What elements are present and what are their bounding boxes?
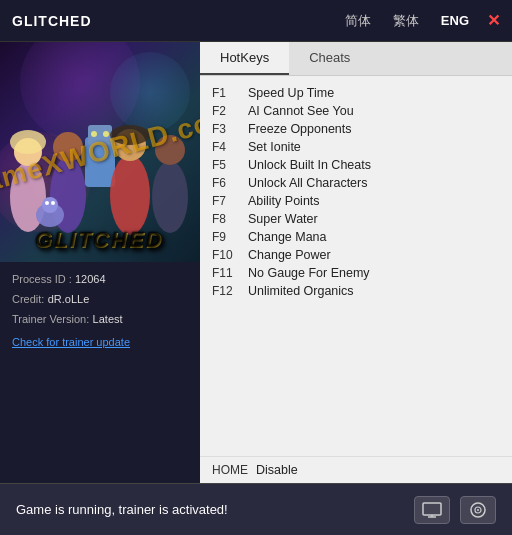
status-bar: Game is running, trainer is activated!: [0, 483, 512, 535]
hotkey-key: F5: [212, 158, 248, 172]
hotkey-row: F2AI Cannot See You: [212, 102, 500, 120]
hotkey-action: Unlock Built In Cheats: [248, 158, 371, 172]
svg-point-12: [152, 161, 188, 233]
close-button[interactable]: ✕: [487, 11, 500, 30]
svg-point-17: [51, 201, 55, 205]
title-bar-right: 简体 繁体 ENG ✕: [341, 10, 500, 32]
hotkey-key: F10: [212, 248, 248, 262]
hotkey-key: F8: [212, 212, 248, 226]
hotkey-action: Change Power: [248, 248, 331, 262]
svg-point-2: [10, 130, 46, 154]
hotkey-row: F1Speed Up Time: [212, 84, 500, 102]
status-message: Game is running, trainer is activated!: [16, 502, 228, 517]
hotkey-row: F6Unlock All Characters: [212, 174, 500, 192]
hotkey-key: F6: [212, 176, 248, 190]
process-id-label: Process ID :: [12, 273, 75, 285]
hotkey-key: F2: [212, 104, 248, 118]
home-key: HOME: [212, 463, 256, 477]
characters-svg: [0, 47, 200, 237]
game-title-text: GLITCHED: [0, 228, 200, 254]
hotkey-action: Speed Up Time: [248, 86, 334, 100]
game-cover-image: GLITCHED GameXWORLD.com: [0, 42, 200, 262]
trainer-version-row: Trainer Version: Latest: [12, 312, 188, 326]
lang-simplified[interactable]: 简体: [341, 10, 375, 32]
svg-rect-18: [423, 503, 441, 515]
lang-traditional[interactable]: 繁体: [389, 10, 423, 32]
hotkey-action: Super Water: [248, 212, 318, 226]
credit-value: dR.oLLe: [48, 293, 90, 305]
hotkey-key: F4: [212, 140, 248, 154]
update-link-row: Check for trainer update: [12, 332, 188, 350]
svg-point-23: [477, 509, 479, 511]
game-info-panel: Process ID : 12064 Credit: dR.oLLe Train…: [0, 262, 200, 483]
hotkey-key: F11: [212, 266, 248, 280]
app-title: GLITCHED: [12, 13, 92, 29]
hotkey-key: F3: [212, 122, 248, 136]
process-id-row: Process ID : 12064: [12, 272, 188, 286]
svg-point-15: [42, 197, 58, 213]
hotkey-action: Unlimited Organics: [248, 284, 354, 298]
tab-hotkeys[interactable]: HotKeys: [200, 42, 289, 75]
hotkey-action: Change Mana: [248, 230, 327, 244]
process-id-value: 12064: [75, 273, 106, 285]
home-hotkey-row: HOMEDisable: [212, 461, 500, 479]
svg-point-8: [103, 131, 109, 137]
svg-point-11: [110, 125, 150, 145]
title-bar-left: GLITCHED: [12, 13, 92, 29]
hotkey-row: F7Ability Points: [212, 192, 500, 210]
status-icons: [414, 496, 496, 524]
hotkey-row: F5Unlock Built In Cheats: [212, 156, 500, 174]
hotkey-row: F11No Gauge For Enemy: [212, 264, 500, 282]
trainer-version-value: Latest: [93, 313, 123, 325]
tab-bar: HotKeys Cheats: [200, 42, 512, 76]
home-action-text: Disable: [256, 463, 298, 477]
hotkey-action: Unlock All Characters: [248, 176, 368, 190]
hotkey-row: F3Freeze Opponents: [212, 120, 500, 138]
hotkey-action: Freeze Opponents: [248, 122, 352, 136]
monitor-icon: [422, 502, 442, 518]
home-action-row: HOMEDisable: [200, 456, 512, 483]
credit-label: Credit:: [12, 293, 44, 305]
right-panel: HotKeys Cheats F1Speed Up TimeF2AI Canno…: [200, 42, 512, 483]
hotkey-row: F10Change Power: [212, 246, 500, 264]
hotkey-key: F7: [212, 194, 248, 208]
left-panel: GLITCHED GameXWORLD.com Process ID : 120…: [0, 42, 200, 483]
svg-point-16: [45, 201, 49, 205]
title-bar: GLITCHED 简体 繁体 ENG ✕: [0, 0, 512, 42]
lang-english[interactable]: ENG: [437, 11, 473, 30]
hotkey-row: F12Unlimited Organics: [212, 282, 500, 300]
update-link[interactable]: Check for trainer update: [12, 336, 130, 348]
svg-point-4: [53, 132, 83, 162]
music-icon-button[interactable]: [460, 496, 496, 524]
hotkey-key: F12: [212, 284, 248, 298]
music-icon: [469, 501, 487, 519]
credit-row: Credit: dR.oLLe: [12, 292, 188, 306]
hotkey-row: F9Change Mana: [212, 228, 500, 246]
hotkeys-list: F1Speed Up TimeF2AI Cannot See YouF3Free…: [200, 76, 512, 456]
tab-cheats[interactable]: Cheats: [289, 42, 370, 75]
svg-point-9: [110, 155, 150, 235]
svg-point-13: [155, 135, 185, 165]
hotkey-row: F4Set Ionite: [212, 138, 500, 156]
main-area: GLITCHED GameXWORLD.com Process ID : 120…: [0, 42, 512, 483]
svg-point-7: [91, 131, 97, 137]
trainer-version-label: Trainer Version:: [12, 313, 89, 325]
hotkey-action: AI Cannot See You: [248, 104, 354, 118]
hotkey-action: No Gauge For Enemy: [248, 266, 370, 280]
hotkey-action: Set Ionite: [248, 140, 301, 154]
hotkey-action: Ability Points: [248, 194, 320, 208]
hotkey-key: F1: [212, 86, 248, 100]
hotkey-key: F9: [212, 230, 248, 244]
monitor-icon-button[interactable]: [414, 496, 450, 524]
hotkey-row: F8Super Water: [212, 210, 500, 228]
